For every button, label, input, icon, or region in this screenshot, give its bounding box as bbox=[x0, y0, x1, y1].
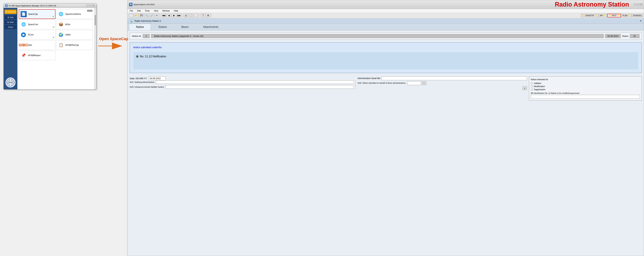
notice-type-value: Radio Astronomy Station (Appendix 4 - An… bbox=[151, 34, 604, 38]
sidebar-item-setup[interactable]: Setup bbox=[4, 25, 16, 29]
toolbar-save[interactable]: 💾 bbox=[139, 14, 144, 18]
toolbar-last[interactable]: ▶▶ bbox=[177, 14, 182, 18]
app-item-label-spacecomdemo: SpaceComDemo bbox=[65, 13, 81, 15]
spacecap-check: ✔ bbox=[52, 15, 54, 18]
toolbar-zoom[interactable]: 🔎 bbox=[149, 14, 154, 18]
spacecapture-icon: 📡 bbox=[129, 3, 132, 6]
content-header-icon: 📡 bbox=[130, 19, 134, 23]
toolbar-screen[interactable]: 🖥 bbox=[206, 14, 210, 18]
a1f1-select[interactable] bbox=[156, 80, 356, 84]
bottom-form-section: Date: DD.MM.YY A1f1. Notifying Administr… bbox=[130, 76, 642, 100]
toolbar-check[interactable]: ✔ bbox=[154, 14, 159, 18]
restore-button[interactable]: □ bbox=[90, 4, 92, 7]
toolbar-print[interactable]: 🖨 bbox=[184, 14, 188, 18]
sidebar-item-brweb[interactable]: Br Web bbox=[4, 20, 16, 24]
toolbar-find[interactable]: 🔍 bbox=[144, 14, 149, 18]
br-id-input[interactable] bbox=[531, 95, 640, 99]
sidebar-item-favorites[interactable]: ★ Favorites bbox=[4, 10, 16, 14]
toolbar-tag-rast[interactable]: 📁 RAST 📁 bbox=[607, 14, 621, 18]
tab-notice[interactable]: Notice bbox=[129, 24, 151, 30]
menu-window[interactable]: Window bbox=[162, 9, 171, 12]
notice-intended-modification[interactable]: Modification bbox=[531, 85, 640, 88]
right-close-button[interactable]: ✕ bbox=[640, 3, 642, 6]
app-item-gibc[interactable]: GIBC Gibc bbox=[19, 40, 56, 50]
notice-intended-title: Notice intended for bbox=[531, 78, 640, 81]
app-item-spacecom[interactable]: 🌐 SpaceCom ✔ bbox=[19, 20, 56, 29]
toolbar-sep-4 bbox=[211, 14, 212, 17]
app-item-label-brsis: BrSis bbox=[65, 23, 70, 26]
toolbar-next[interactable]: ▶ bbox=[172, 14, 176, 18]
a1f3-select[interactable] bbox=[165, 85, 355, 89]
close-button[interactable]: ✕ bbox=[92, 4, 95, 7]
open-spacecap-label: Open SpaceCap bbox=[99, 37, 128, 41]
br-id-label: BR Identification No. of Station to be m… bbox=[531, 92, 640, 94]
admin-serial-label: Administration Serial Nbr bbox=[358, 77, 380, 80]
itu-br-icon: ■ bbox=[5, 4, 8, 7]
titlebar-controls[interactable]: ─ □ ✕ bbox=[86, 4, 95, 7]
arrow-visual bbox=[98, 42, 129, 50]
radio-dot-notification[interactable] bbox=[136, 55, 138, 58]
admin-serial-input[interactable] bbox=[382, 76, 527, 80]
menu-help[interactable]: Help bbox=[173, 9, 179, 12]
date-label: Date: DD.MM.YY bbox=[130, 77, 147, 80]
a1f2-input[interactable] bbox=[407, 81, 421, 85]
toolbar-prev[interactable]: ◀ bbox=[166, 14, 171, 18]
toolbar-first[interactable]: ◀◀ bbox=[161, 14, 166, 18]
toolbar-tag-api[interactable]: API 📁 bbox=[598, 14, 607, 17]
svg-text:ITU: ITU bbox=[9, 82, 12, 84]
tab-station[interactable]: Station bbox=[151, 24, 174, 30]
menu-tools[interactable]: Tools bbox=[144, 9, 151, 12]
menu-view[interactable]: View bbox=[153, 9, 159, 12]
app-item-brsis[interactable]: 📦 BrSis bbox=[56, 20, 93, 29]
notice-intended-addition[interactable]: Addition bbox=[531, 82, 640, 84]
spacecapture-window: 📡 SpaceCapture v9.0.3423 Radio Astronomy… bbox=[128, 0, 644, 256]
toolbar-open[interactable]: 📂 bbox=[134, 14, 139, 18]
left-titlebar: ■ ITU-BR Space Applications Manager v9.0… bbox=[4, 4, 96, 8]
app-item-ap30breport[interactable]: 📌 AP30BReport bbox=[19, 50, 56, 60]
a1f2-add-button[interactable]: + bbox=[422, 82, 426, 85]
tabs-container: Notice Station Beam Attachments bbox=[128, 24, 644, 30]
right-minimize-button[interactable]: ─ bbox=[634, 3, 636, 6]
crnotif-label: CR/NOTIF bbox=[585, 14, 594, 16]
app-item-label-ap30breport: AP30BReport bbox=[28, 54, 40, 57]
menu-edit[interactable]: Edit bbox=[136, 9, 142, 12]
plan-icon: 📁 bbox=[628, 14, 630, 17]
app-item-pcom[interactable]: PCom ✔ bbox=[19, 30, 56, 40]
toolbar-group-main: 📄 📂 💾 🔍 🔎 ✔ ◀◀ ◀ ▶ ▶▶ 🖨 📋 📑 ❓ 🖥 bbox=[129, 14, 212, 18]
a1f2-remove-button[interactable]: x bbox=[522, 86, 527, 90]
toolbar-paste[interactable]: 📑 bbox=[194, 14, 198, 18]
tab-attachments[interactable]: Attachments bbox=[196, 24, 226, 30]
app-item-spacecap[interactable]: 📄 SpaceCap ✔ bbox=[19, 9, 56, 19]
radio-modification[interactable] bbox=[531, 86, 533, 88]
right-titlebar-controls[interactable]: ─ □ ✕ bbox=[634, 3, 642, 6]
tab-beam[interactable]: Beam bbox=[174, 24, 196, 30]
toolbar-tag-crnotif[interactable]: 📁 CR/NOTIF 📁 bbox=[581, 14, 598, 17]
a1f1-label: A1f1. Notifying Administration bbox=[130, 80, 154, 83]
radio-option-notification[interactable]: No. 11.12 Notification bbox=[136, 55, 636, 58]
toolbar-tag-plan[interactable]: PLAN 📁 bbox=[621, 14, 632, 17]
pcom-icon bbox=[20, 32, 26, 38]
sidebar-item-brsoft[interactable]: Br Soft bbox=[4, 15, 16, 20]
plan-label: PLAN bbox=[622, 14, 628, 16]
toolbar-help[interactable]: ❓ bbox=[200, 14, 205, 18]
date-input[interactable] bbox=[148, 76, 166, 80]
form-col-right: Notice intended for Addition Modificatio… bbox=[529, 76, 642, 100]
toolbar-copy[interactable]: 📋 bbox=[188, 14, 194, 18]
app-grid-scrollbar[interactable] bbox=[94, 8, 96, 89]
content-header-close[interactable]: ✕ bbox=[640, 20, 642, 22]
app-item-ap30btexcap[interactable]: 📋 AP30BTexCap bbox=[56, 40, 93, 50]
toolbar-new[interactable]: 📄 bbox=[129, 14, 134, 18]
svg-point-6 bbox=[22, 34, 24, 36]
status-value: 01 bbox=[630, 34, 640, 38]
menu-file[interactable]: File bbox=[129, 9, 134, 12]
api-icon: 📁 bbox=[603, 14, 606, 17]
crnotif-folder: 📁 bbox=[594, 14, 597, 17]
radio-addition[interactable] bbox=[531, 82, 533, 84]
app-item-gims[interactable]: 🌍 GIMS bbox=[56, 30, 93, 40]
notice-intended-suppression[interactable]: Suppression bbox=[531, 88, 640, 91]
right-restore-button[interactable]: □ bbox=[637, 3, 639, 6]
radio-suppression[interactable] bbox=[531, 88, 533, 90]
minimize-button[interactable]: ─ bbox=[86, 4, 89, 7]
toolbar-tag-rs49552[interactable]: RS49/552 bbox=[632, 14, 643, 17]
app-item-spacecomdemo[interactable]: 🌐 SpaceComDemo DEMO bbox=[56, 9, 93, 19]
